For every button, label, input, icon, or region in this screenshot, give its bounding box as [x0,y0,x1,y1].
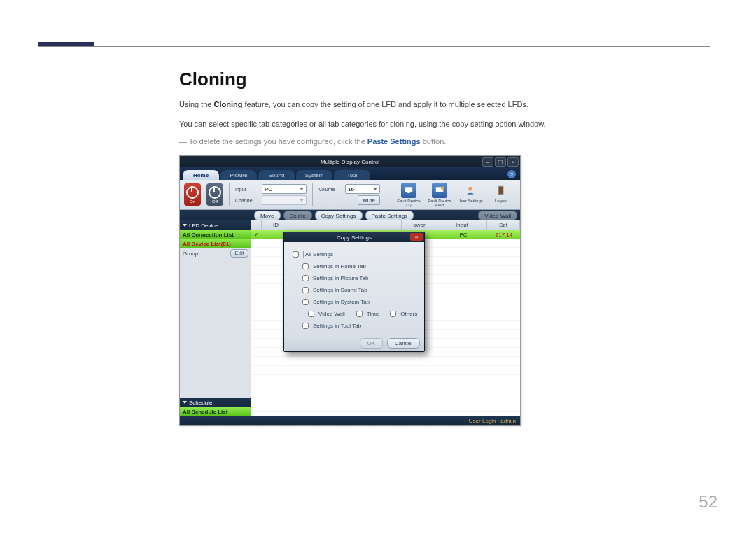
schedule-header[interactable]: Schedule [180,398,251,407]
tab-tool[interactable]: Tool [334,170,370,180]
label: Others [400,311,417,317]
lfd-device-header[interactable]: LFD Device [180,220,251,230]
door-icon [493,183,509,198]
emphasis: Paste Settings [368,137,421,146]
volume-label: Volume [318,187,342,192]
separator [312,183,313,206]
power-on-button[interactable]: On [184,183,201,206]
checkbox[interactable] [308,311,314,317]
sidebar: LFD Device All Connection List All Devic… [180,220,252,416]
delete-button: Delete [284,211,312,220]
tab-picture[interactable]: Picture [220,170,257,180]
chevron-down-icon [183,224,187,227]
opt-home-tab[interactable]: Settings in Home Tab [300,261,419,272]
svg-rect-1 [407,192,410,192]
combo-value: PC [265,186,272,192]
note: ― To delete the settings you have config… [179,137,711,146]
section-heading: Cloning [179,69,711,90]
status-text: User Login : admin [469,418,516,424]
row-input: PC [439,232,488,238]
copy-settings-button[interactable]: Copy Settings [315,211,363,220]
user-settings-icon[interactable]: User Settings [456,183,485,207]
paragraph-1: Using the Cloning feature, you can copy … [179,99,711,111]
checkbox[interactable] [293,251,299,258]
checkbox[interactable] [302,275,309,281]
copy-settings-dialog: Copy Settings × All Settings Settings in… [284,232,425,352]
checkmark-icon: ✔ [251,232,261,238]
monitor-icon [401,183,416,198]
opt-picture-tab[interactable]: Settings in Picture Tab [300,273,419,283]
monitor-alert-icon [432,183,447,198]
checkbox[interactable] [390,311,396,317]
opt-system-sub: Video Wall Time Others [305,309,419,319]
tab-sound[interactable]: Sound [258,170,295,180]
opt-all-settings[interactable]: All Settings [290,249,419,260]
separator [386,183,386,206]
bold-text: Cloning [214,100,243,108]
chevron-down-icon [300,199,304,202]
checkbox[interactable] [302,299,309,305]
label: LFD Device [189,223,218,229]
all-schedule-list[interactable]: All Schedule List [180,407,251,416]
opt-tool-tab[interactable]: Settings in Tool Tab [300,321,419,331]
all-device-list[interactable]: All Device List(01) [180,239,251,248]
col-power: ower [402,220,438,230]
cancel-button[interactable]: Cancel [387,338,420,349]
separator [229,183,230,206]
group-row: Group Edit [180,248,251,258]
opt-system-tab[interactable]: Settings in System Tab [300,297,419,307]
paste-settings-button[interactable]: Paste Settings [365,211,414,220]
dialog-titlebar: Copy Settings × [284,232,424,242]
page-number: 52 [699,492,718,512]
move-button[interactable]: Move [254,211,281,220]
ribbon: On Off Input PC Channel [180,180,520,210]
checkbox[interactable] [302,263,309,269]
help-icon[interactable]: ? [507,170,516,178]
row-set: 217.14 [488,232,520,238]
label: Settings in Picture Tab [313,275,368,281]
video-wall-button: Video Wall [478,211,517,220]
input-label: Input [235,187,259,192]
text: feature, you can copy the setting of one… [242,100,528,108]
minimize-button[interactable]: – [482,157,493,167]
opt-others[interactable]: Others [387,309,417,319]
volume-fields: Volume 16 Mute [318,184,380,205]
svg-rect-5 [499,186,503,194]
opt-video-wall[interactable]: Video Wall [305,309,345,319]
opt-sound-tab[interactable]: Settings in Sound Tab [300,285,419,295]
mute-button[interactable]: Mute [358,195,380,205]
fault-device-icon[interactable]: Fault Device (1) [394,183,424,207]
doc-content: Cloning Using the Cloning feature, you c… [179,69,711,426]
col-id: ID [262,220,290,230]
input-fields: Input PC Channel [235,184,307,205]
combo-value: 16 [348,186,354,192]
label: Time [367,311,379,317]
dialog-body: All Settings Settings in Home Tab Settin… [284,242,424,335]
status-bar: User Login : admin [180,416,520,425]
volume-combo[interactable]: 16 [345,184,380,194]
tab-system[interactable]: System [296,170,332,180]
action-toolbar: Move Delete Copy Settings Paste Settings… [180,210,520,221]
close-button[interactable]: × [507,157,519,167]
icon-label: User Settings [458,199,483,203]
power-icon [209,186,221,199]
logout-icon[interactable]: Logout [486,183,516,207]
edit-button[interactable]: Edit [230,249,248,258]
input-combo[interactable]: PC [262,184,307,194]
opt-time[interactable]: Time [354,309,379,319]
checkbox[interactable] [302,287,309,293]
label: All Settings [303,251,335,258]
window-titlebar: Multiple Display Control – ▢ × [180,156,520,167]
channel-label: Channel [235,198,259,203]
channel-combo [262,195,307,205]
checkbox[interactable] [356,311,363,317]
tab-home[interactable]: Home [183,170,219,180]
power-off-button[interactable]: Off [206,183,223,206]
maximize-button[interactable]: ▢ [495,157,506,167]
fault-device-alert-icon[interactable]: Fault Device Alert [425,183,454,207]
col-set: Set [487,220,520,230]
checkbox[interactable] [302,323,309,329]
all-connection-list[interactable]: All Connection List [180,230,251,239]
close-icon[interactable]: × [410,233,423,241]
ok-button: OK [360,338,384,349]
